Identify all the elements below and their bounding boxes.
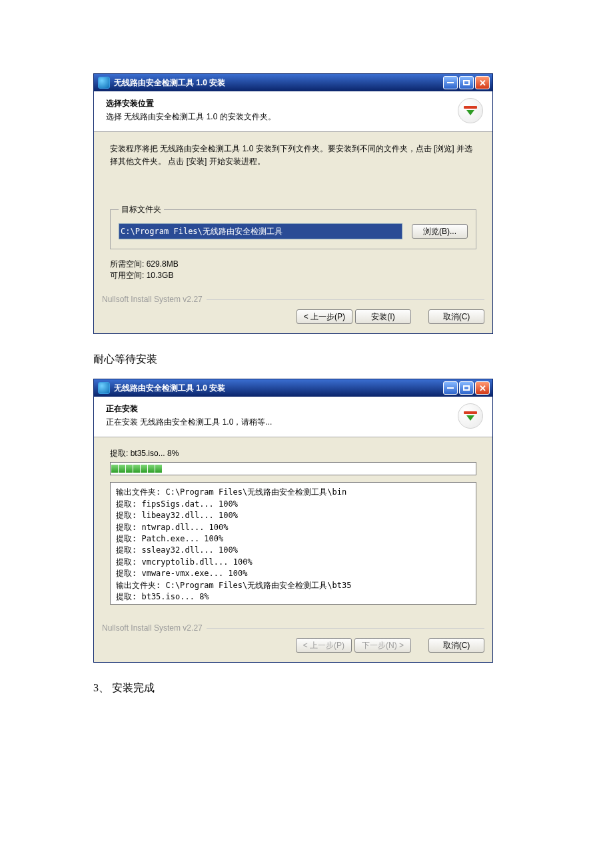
target-folder-group: 目标文件夹 浏览(B)... <box>110 204 476 249</box>
subheader-title: 正在安装 <box>106 403 452 415</box>
install-button[interactable]: 安装(I) <box>355 309 411 324</box>
next-button: 下一步(N) > <box>354 638 411 653</box>
app-icon <box>98 382 110 394</box>
space-required: 所需空间: 629.8MB <box>110 259 476 270</box>
progress-bar <box>110 462 476 475</box>
caption-wait: 耐心等待安装 <box>93 353 520 367</box>
minimize-icon[interactable] <box>443 76 458 89</box>
titlebar[interactable]: 无线路由安全检测工具 1.0 安装 <box>94 74 492 91</box>
installer-window-progress: 无线路由安全检测工具 1.0 安装 正在安装 正在安装 无线路由安全检测工具 1… <box>93 379 493 663</box>
installer-window-location: 无线路由安全检测工具 1.0 安装 选择安装位置 选择 无线路由安全检测工具 1… <box>93 73 493 334</box>
app-icon <box>98 77 110 89</box>
subheader: 正在安装 正在安装 无线路由安全检测工具 1.0，请稍等... <box>94 397 492 437</box>
minimize-icon[interactable] <box>443 381 458 395</box>
window-title: 无线路由安全检测工具 1.0 安装 <box>114 77 439 89</box>
subheader-desc: 正在安装 无线路由安全检测工具 1.0，请稍等... <box>106 417 452 428</box>
install-description: 安装程序将把 无线路由安全检测工具 1.0 安装到下列文件夹。要安装到不同的文件… <box>110 143 476 168</box>
maximize-icon[interactable] <box>459 76 474 89</box>
close-icon[interactable] <box>475 76 490 89</box>
brand-icon <box>458 98 483 123</box>
target-folder-legend: 目标文件夹 <box>119 204 164 215</box>
brand-icon <box>458 403 483 429</box>
nsis-brand: Nullsoft Install System v2.27 <box>94 621 492 634</box>
titlebar[interactable]: 无线路由安全检测工具 1.0 安装 <box>94 379 492 397</box>
maximize-icon[interactable] <box>459 381 474 395</box>
back-button: < 上一步(P) <box>296 638 352 653</box>
cancel-button[interactable]: 取消(C) <box>428 638 484 653</box>
subheader-title: 选择安装位置 <box>106 98 452 109</box>
browse-button[interactable]: 浏览(B)... <box>412 224 468 239</box>
cancel-button[interactable]: 取消(C) <box>428 309 484 324</box>
progress-status: 提取: bt35.iso... 8% <box>110 448 476 459</box>
nsis-brand: Nullsoft Install System v2.27 <box>94 292 492 305</box>
subheader: 选择安装位置 选择 无线路由安全检测工具 1.0 的安装文件夹。 <box>94 91 492 132</box>
install-log: 输出文件夹: C:\Program Files\无线路由安全检测工具\bin 提… <box>110 482 476 605</box>
subheader-desc: 选择 无线路由安全检测工具 1.0 的安装文件夹。 <box>106 111 452 123</box>
space-available: 可用空间: 10.3GB <box>110 270 476 281</box>
window-title: 无线路由安全检测工具 1.0 安装 <box>114 383 439 394</box>
caption-done: 3、 安装完成 <box>93 681 520 695</box>
install-path-input[interactable] <box>119 223 402 239</box>
close-icon[interactable] <box>475 381 490 395</box>
back-button[interactable]: < 上一步(P) <box>297 309 352 324</box>
